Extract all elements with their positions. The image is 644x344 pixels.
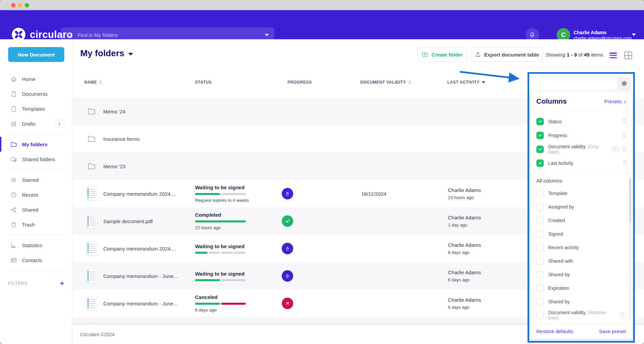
unchecked-checkbox[interactable]	[536, 298, 544, 305]
copyright-text: Circularo ©2024	[80, 332, 114, 337]
panel-scrollbar[interactable]	[629, 178, 631, 320]
available-columns-list: TemplateAssigned byCreatedSignedRecent a…	[530, 185, 632, 339]
checked-checkbox[interactable]	[536, 118, 544, 125]
maximize-window-button[interactable]	[25, 3, 29, 7]
gear-icon	[621, 80, 628, 87]
new-document-button[interactable]: New Document	[8, 47, 64, 62]
trash-icon	[10, 221, 17, 228]
column-header-document-validity[interactable]: DOCUMENT VALIDITY	[360, 80, 411, 85]
unchecked-checkbox[interactable]	[536, 230, 544, 238]
column-option-recent-activity: Recent activity	[536, 241, 626, 254]
sidebar-item-recent[interactable]: Recent	[0, 187, 72, 202]
column-option-label: Status	[548, 119, 562, 124]
completed-badge-icon	[282, 215, 293, 227]
column-option-last-activity: Last Activity	[536, 156, 626, 170]
restore-defaults-link[interactable]: Restore defaults	[536, 328, 573, 334]
sidebar-item-documents[interactable]: Documents	[0, 86, 72, 101]
sidebar-item-starred[interactable]: Starred	[0, 172, 72, 187]
unchecked-checkbox[interactable]	[536, 244, 544, 251]
statistics-icon	[10, 242, 17, 249]
column-option-suffix: (Only date)	[548, 144, 599, 155]
add-filter-button[interactable]: +	[60, 280, 64, 287]
sidebar-item-contacts[interactable]: Contacts	[0, 253, 72, 267]
page-title-dropdown[interactable]: My folders	[80, 48, 133, 59]
progress-badge	[282, 188, 293, 199]
sidebar-item-label: Trash	[22, 222, 35, 228]
column-header-last-activity[interactable]: LAST ACTIVITY	[447, 80, 485, 85]
drag-handle-icon[interactable]	[623, 133, 626, 138]
column-header-status[interactable]: STATUS	[195, 80, 212, 85]
unchecked-checkbox[interactable]	[536, 190, 544, 197]
sidebar-item-label: Drafts	[22, 121, 36, 127]
column-header-progress[interactable]: PROGRESS	[287, 80, 312, 85]
checked-checkbox[interactable]	[536, 132, 544, 139]
status-note: Request expires in 4 weeks	[195, 198, 263, 203]
progress-bar	[195, 303, 246, 305]
sidebar-divider	[8, 270, 64, 271]
user-menu-chevron-icon[interactable]	[632, 34, 636, 36]
status-cell: Completed22 hours ago	[195, 212, 263, 230]
drafts-count-badge: 1	[55, 120, 64, 127]
unchecked-checkbox[interactable]	[536, 311, 544, 319]
sidebar-item-shared-folders[interactable]: Shared folders	[0, 152, 72, 167]
status-note: 6 days ago	[195, 307, 263, 313]
drag-handle-icon[interactable]	[623, 147, 626, 152]
search-input[interactable]	[77, 32, 265, 38]
sort-icon[interactable]	[99, 80, 102, 84]
sidebar-item-drafts[interactable]: Drafts1	[0, 116, 72, 131]
column-header-name[interactable]: NAME	[84, 80, 102, 85]
folder-icon	[10, 141, 17, 148]
sidebar-item-trash[interactable]: Trash	[0, 217, 72, 232]
view-toggles	[609, 51, 632, 59]
sidebar-item-statistics[interactable]: Statistics	[0, 238, 72, 253]
list-view-icon[interactable]	[609, 52, 617, 58]
sidebar-item-my-folders[interactable]: My folders	[0, 137, 72, 152]
star-icon	[10, 176, 17, 184]
checked-checkbox[interactable]	[536, 146, 544, 153]
last-activity-cell: Charlie Adams6 days ago	[448, 242, 481, 255]
help-icon[interactable]: ?	[612, 146, 619, 152]
showing-items-count: Showing 1 - 9 of 45 items	[546, 52, 603, 58]
columns-title: Columns	[536, 97, 567, 105]
minimize-window-button[interactable]	[18, 3, 22, 7]
close-window-button[interactable]	[11, 3, 16, 7]
sort-desc-icon[interactable]	[482, 81, 485, 84]
presets-link[interactable]: Presets ›	[604, 98, 626, 105]
column-settings-button[interactable]	[617, 77, 631, 90]
document-thumbnail-icon	[86, 214, 97, 228]
export-document-table-button[interactable]: Export document table	[471, 47, 543, 62]
sort-icon[interactable]	[408, 80, 411, 84]
grid-view-icon[interactable]	[624, 51, 632, 59]
template-icon	[10, 105, 17, 112]
drag-handle-icon[interactable]	[623, 160, 626, 166]
sidebar-item-label: Home	[22, 76, 36, 82]
progress-badge	[282, 298, 293, 309]
unchecked-checkbox[interactable]	[536, 217, 544, 224]
signature-badge-icon	[282, 270, 293, 282]
document-thumbnail-icon	[86, 241, 97, 256]
column-option-label: Progress	[548, 133, 567, 138]
help-icon[interactable]: ?	[620, 312, 626, 319]
drag-handle-icon[interactable]	[623, 119, 626, 124]
status-cell: Waiting to be signedRequest expires in 4…	[195, 185, 263, 203]
all-columns-label: All columns	[536, 178, 626, 185]
unchecked-checkbox[interactable]	[536, 203, 544, 211]
search-scope-chevron-icon[interactable]	[265, 34, 269, 36]
unchecked-checkbox[interactable]	[536, 271, 544, 278]
unchecked-checkbox[interactable]	[536, 284, 544, 292]
status-cell: Canceled6 days ago	[195, 294, 263, 313]
unchecked-checkbox[interactable]	[536, 257, 544, 265]
save-preset-link[interactable]: Save preset	[599, 328, 626, 334]
last-activity-cell: Charlie Adams1 day ago	[448, 215, 481, 228]
sidebar-item-templates[interactable]: Templates	[0, 101, 72, 116]
sidebar-divider	[8, 169, 64, 170]
progress-bar	[195, 279, 246, 281]
sidebar-item-home[interactable]: Home	[0, 71, 72, 86]
document-thumbnail-icon	[86, 187, 97, 201]
create-folder-button[interactable]: Create folder	[417, 47, 467, 62]
column-option-label: Shared by	[548, 272, 570, 277]
home-icon	[10, 76, 17, 83]
document-name: Company memorandum - June...	[103, 273, 177, 279]
checked-checkbox[interactable]	[536, 159, 544, 167]
sidebar-item-shared[interactable]: Shared	[0, 202, 72, 217]
